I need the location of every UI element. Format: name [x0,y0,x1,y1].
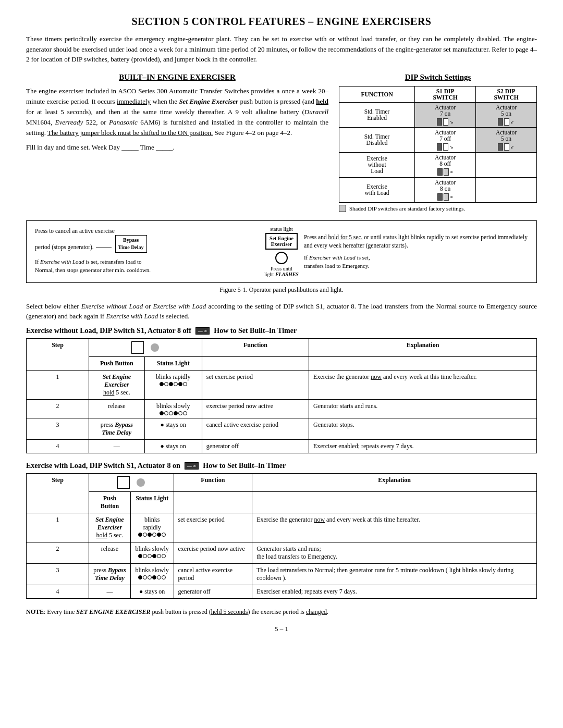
step-2: 2 [27,399,89,418]
step-w3: 3 [27,563,89,585]
intro-paragraph: These timers periodically exercise the e… [26,34,537,65]
table-row: 2 release blinks slowly exercise period … [27,542,537,563]
col-function-header: Function [202,338,309,356]
built-in-heading: BUILT–IN ENGINE EXERCISER [26,73,328,82]
dip-s2-2: Actuator5 on ↙ [476,127,537,152]
operator-panel-diagram: Press to cancel an active exerciseperiod… [26,220,537,283]
exercise-with-bold: Exercise with Load, DIP Switch S1, Actua… [26,462,180,470]
col-function-header-w: Function [174,473,252,491]
bottom-note: NOTE: Every time SET ENGINE EXERCISER pu… [26,607,537,616]
explain-w1: Exercise the generator now and every wee… [252,513,537,542]
status-w1: blinks rapidly [130,513,174,542]
status-4: ● stays on [144,439,202,453]
col-push-status-header-w [89,473,174,491]
explain-2: Generator starts and runs. [309,399,537,418]
func-2: exercise period now active [202,399,309,418]
func-w3: cancel active exercise period [174,563,252,585]
push-4: — [89,439,145,453]
built-in-section: BUILT–IN ENGINE EXERCISER The engine exe… [26,73,328,212]
panel-right: Press and hold for 5 sec. or until statu… [304,233,528,270]
factory-note: Shaded DIP switches are standard factory… [339,205,537,212]
dip-row-1: Std. TimerEnabled Actuator7 on ↘ Actuato… [339,102,537,127]
dip-s2-3 [476,152,537,177]
dip-col-function: FUNCTION [339,86,415,102]
table-row: 4 — ● stays on generator off Exerciser e… [27,585,537,598]
func-1: set exercise period [202,370,309,399]
step-1: 1 [27,370,89,399]
dip-off-visual: — ∞ [195,327,210,335]
status-1: blinks rapidly [144,370,202,399]
push-2: release [89,399,145,418]
push-1: Set EngineExerciserhold 5 sec. [89,370,145,399]
dip-section: DIP Switch Settings FUNCTION S1 DIPSWITC… [339,73,537,212]
fill-in-line: Fill in day and time set. Week Day _____… [26,142,328,153]
exerciser-button[interactable] [275,252,288,264]
push-w2: release [89,542,131,563]
func-w4: generator off [174,585,252,598]
dip-s1-1: Actuator7 on ↘ [415,102,476,127]
emergency-note: If Exerciser with Load is set,transfers … [304,254,528,270]
circle-btn-row [275,252,288,264]
page-title: SECTION 5 CONTROL FEATURES – ENGINE EXER… [26,16,537,28]
func-w1: set exercise period [174,513,252,542]
func-4: generator off [202,439,309,453]
steps-table-without: Step Function Explanation Push Button St… [26,338,537,453]
step-w4: 4 [27,585,89,598]
step-w2: 2 [27,542,89,563]
bypass-box: BypassTime Delay [115,235,147,253]
exercise-without-timer: How to Set Built–In Timer [214,327,297,335]
press-note: Press untillight FLASHES [264,266,299,277]
dip-func-1: Std. TimerEnabled [339,102,415,127]
explain-4: Exerciser enabled; repeats every 7 days. [309,439,537,453]
shade-box-icon [339,205,346,212]
table-row: 1 Set EngineExerciserhold 5 sec. blinks … [27,513,537,542]
status-w4: ● stays on [130,585,174,598]
col-push-button-label-w: Push Button [89,491,131,513]
right-note: Press and hold for 5 sec. or until statu… [304,233,528,250]
col-status-light-label-w: Status Light [130,491,174,513]
step-w1: 1 [27,513,89,542]
push-w4: — [89,585,131,598]
exercise-without-bold: Exercise without Load, DIP Switch S1, Ac… [26,327,191,335]
status-w3: blinks slowly [130,563,174,585]
col-status-light-label: Status Light [144,356,202,370]
status-w2: blinks slowly [130,542,174,563]
dip-s2-4 [476,177,537,202]
dip-func-2: Std. TimerDisabled [339,127,415,152]
fig-caption: Figure 5-1. Operator panel pushbuttons a… [26,286,537,294]
step-4: 4 [27,439,89,453]
page-number: 5 – 1 [26,625,537,633]
dip-func-4: Exercisewith Load [339,177,415,202]
dip-row-4: Exercisewith Load Actuator8 on ∞ [339,177,537,202]
func-w2: exercise period now active [174,542,252,563]
dip-table: FUNCTION S1 DIPSWITCH S2 DIPSWITCH Std. … [339,86,537,203]
dip-s1-3: Actuator8 off ∞ [415,152,476,177]
dip-row-3: ExercisewithoutLoad Actuator8 off ∞ [339,152,537,177]
explain-w4: Exerciser enabled; repeats every 7 days. [252,585,537,598]
col-explanation-label2 [309,356,537,370]
col-function-label2 [202,356,309,370]
col-explanation-header: Explanation [309,338,537,356]
dip-s1-2: Actuator7 off ↘ [415,127,476,152]
dip-on-visual: — ∞ [185,462,199,470]
push-w3: press BypassTime Delay [89,563,131,585]
col-push-status-header [89,338,202,356]
set-engine-box: Set EngineExerciser [265,233,298,250]
exercise-with-timer: How to Set Built–In Timer [203,462,286,470]
step-3: 3 [27,418,89,439]
built-in-text: The engine exerciser included in ASCO Se… [26,86,328,139]
dip-s1-4: Actuator8 on ∞ [415,177,476,202]
explain-w2: Generator starts and runs;the load trans… [252,542,537,563]
panel-center: status light Set EngineExerciser Press u… [264,226,299,277]
col-function-label2-w [174,491,252,513]
steps-table-with: Step Function Explanation Push Button St… [26,473,537,599]
status-note: status light [270,226,293,232]
status-2: blinks slowly [144,399,202,418]
bypass-note: Press to cancel an active exerciseperiod… [35,227,259,253]
dip-row-2: Std. TimerDisabled Actuator7 off ↘ Actua… [339,127,537,152]
dip-col-s2: S2 DIPSWITCH [476,86,537,102]
panel-left: Press to cancel an active exerciseperiod… [35,227,259,276]
table-row: 3 press BypassTime Delay blinks slowly c… [27,563,537,585]
push-w1: Set EngineExerciserhold 5 sec. [89,513,131,542]
dip-col-s1: S1 DIPSWITCH [415,86,476,102]
